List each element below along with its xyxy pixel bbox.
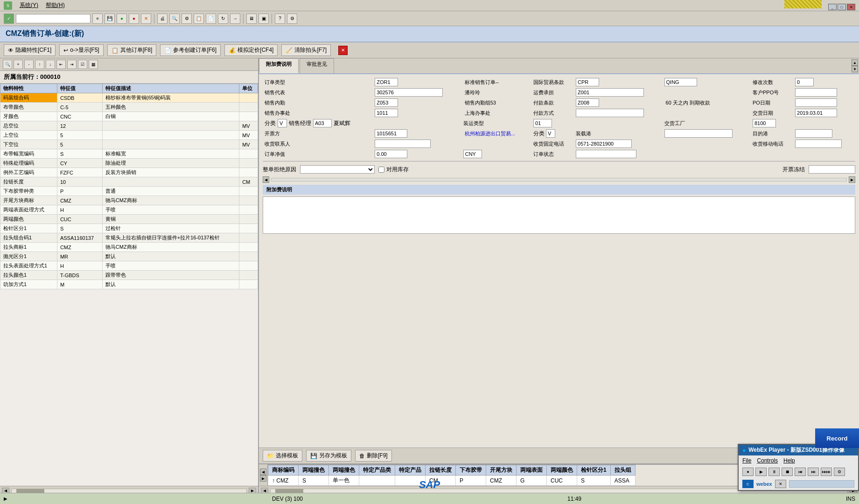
table-row[interactable]: 例外工艺编码FZFC反装方块插销	[0, 168, 258, 177]
stop-btn[interactable]: ●	[129, 14, 139, 24]
table-row[interactable]: 抛光区分1MR默认	[0, 252, 258, 261]
payment-method-input[interactable]	[576, 109, 644, 117]
mobile-input[interactable]	[795, 140, 842, 148]
command-input[interactable]	[16, 14, 91, 23]
reject-reason-select[interactable]	[300, 165, 375, 174]
po-date-input[interactable]	[795, 98, 837, 107]
webex-progress[interactable]	[789, 480, 854, 488]
load-btn[interactable]: ●	[117, 14, 127, 24]
dest-port-input[interactable]	[795, 129, 832, 138]
webex-next-btn[interactable]: ⏭	[808, 468, 819, 476]
section-left[interactable]: ◀	[263, 176, 269, 183]
sim-price-button[interactable]: 💰 模拟定价[CF4]	[224, 44, 278, 56]
net-value-input[interactable]	[375, 150, 407, 158]
copy-btn[interactable]: 📋	[194, 14, 204, 24]
help-menu[interactable]: 帮助(H)	[46, 1, 65, 9]
intl-trade-input[interactable]	[576, 78, 599, 86]
scroll-track[interactable]	[11, 489, 247, 493]
table-row[interactable]: 布带幅宽编码S标准幅宽	[0, 149, 258, 159]
prev-button[interactable]: «	[92, 14, 103, 24]
order-type-input[interactable]	[375, 78, 398, 86]
webex-pause-btn[interactable]: ⏸	[768, 468, 780, 476]
grid-scroll-thumb[interactable]	[275, 489, 303, 493]
table-row[interactable]: 拉头组合码1ASSA1160137常规头上拉右插自锁日字连接件+拉片16-013…	[0, 233, 258, 243]
delete-template-btn[interactable]: 🗑 删除[F9]	[355, 450, 392, 462]
grid-nav-right-btn[interactable]: ▶	[260, 475, 266, 482]
left-up-btn[interactable]: ↑	[35, 60, 44, 69]
save-button[interactable]: 💾	[105, 14, 115, 24]
table-row[interactable]: 拉头商标1CMZ驰马CMZ商标	[0, 243, 258, 252]
table-row[interactable]: 检针区分1S过检针	[0, 224, 258, 233]
table-row[interactable]: 总空位12MV	[0, 121, 258, 131]
load-port-input[interactable]	[664, 129, 733, 138]
delivery-date-input[interactable]	[795, 109, 837, 117]
sales-rep-input[interactable]	[375, 88, 443, 97]
left-down-btn[interactable]: ↓	[46, 60, 55, 69]
save-template-btn[interactable]: 💾 另存为模板	[306, 450, 351, 462]
scroll-up-arrow[interactable]: ▲	[852, 59, 858, 66]
webex-file[interactable]: File	[742, 457, 751, 464]
tab-approval[interactable]: 审批意见	[300, 58, 334, 73]
print-btn[interactable]: 🖨	[157, 14, 168, 24]
property-table[interactable]: 物料特性 特征值 特征值描述 单位 码装组合码CSDB棉纱标准布带黄铜(65铜)…	[0, 84, 258, 486]
minimize-button[interactable]: _	[828, 4, 837, 10]
clear-button[interactable]: 🧹 清除拍头[F7]	[281, 44, 331, 56]
left-first-btn[interactable]: ⇤	[56, 60, 66, 69]
config-btn[interactable]: ⚙	[182, 14, 192, 24]
find-btn[interactable]: 🔍	[169, 14, 180, 24]
transport-type-input[interactable]	[533, 119, 552, 127]
nav-btn[interactable]: →	[230, 14, 240, 24]
webex-help[interactable]: Help	[783, 457, 795, 464]
cancel-btn[interactable]: ✕	[141, 14, 151, 24]
webex-end-btn[interactable]: ⏭⏭	[821, 468, 832, 476]
classify-input2[interactable]	[546, 129, 555, 138]
record-button[interactable]: Record	[815, 428, 859, 448]
left-select-btn[interactable]: ☑	[78, 60, 87, 69]
payment-terms-input[interactable]	[576, 98, 599, 107]
select-template-btn[interactable]: 📁 选择模板	[263, 450, 302, 462]
scroll-thumb[interactable]	[16, 489, 44, 493]
table-row[interactable]: 拉链长度10CM	[0, 177, 258, 187]
scroll-down-arrow[interactable]: ▼	[852, 66, 858, 72]
table-row[interactable]: 叻加方式1M默认	[0, 280, 258, 289]
table-row[interactable]: 码装组合码CSDB棉纱标准布带黄铜(65铜)码装	[0, 93, 258, 103]
webex-record-btn[interactable]: ●	[742, 468, 754, 476]
order-status-input[interactable]	[576, 150, 636, 158]
other-orders-button[interactable]: 📋 其他订单[F8]	[107, 44, 157, 56]
customer-po-input[interactable]	[795, 88, 837, 97]
left-find-btn[interactable]: 🔍	[3, 60, 12, 69]
freight-input[interactable]	[576, 88, 644, 97]
currency-input[interactable]	[463, 150, 482, 158]
left-table-btn[interactable]: ▦	[89, 60, 98, 69]
sales-org-input[interactable]	[375, 98, 398, 107]
refresh-btn[interactable]: ↻	[218, 14, 228, 24]
tab-addl-fee[interactable]: 附加费说明	[259, 58, 299, 73]
grid-nav-left-btn[interactable]: ◀	[260, 469, 266, 475]
monitor-btn[interactable]: 🖥	[246, 14, 257, 24]
sales-mgr-code[interactable]	[313, 119, 332, 127]
table-row[interactable]: 两端颜色CUC黄铜	[0, 215, 258, 224]
delivery-plant-input[interactable]	[753, 119, 776, 127]
classify-v-input[interactable]	[278, 119, 287, 127]
sales-office-input[interactable]	[375, 109, 398, 117]
maximize-button[interactable]: □	[838, 4, 846, 10]
table-row[interactable]: 拉头颜色1T-GBDS跟带带色	[0, 271, 258, 280]
bill-party-input[interactable]	[375, 129, 407, 138]
window-btn[interactable]: ▣	[258, 14, 269, 24]
ref-create-button[interactable]: 📄 参考创建订单[F6]	[160, 44, 221, 56]
table-row[interactable]: 开尾方块商标CMZ驰马CMZ商标	[0, 196, 258, 205]
red-action-icon[interactable]: ✕	[338, 46, 348, 55]
back-button[interactable]: ✓	[4, 14, 14, 24]
revision-input[interactable]	[795, 78, 814, 86]
table-row[interactable]: 下空位5MV	[0, 140, 258, 149]
table-row[interactable]: 拉头表面处理方式1H手喷	[0, 261, 258, 271]
help-btn[interactable]: ?	[275, 14, 285, 24]
close-button[interactable]: ✕	[847, 4, 855, 10]
intl-trade-input2[interactable]	[664, 78, 697, 86]
table-row[interactable]: 下布胶带种类P普通	[0, 187, 258, 196]
left-collapse-btn[interactable]: -	[24, 60, 34, 69]
section-right[interactable]: ▶	[849, 176, 855, 183]
left-last-btn[interactable]: ⇥	[67, 60, 77, 69]
freeze-invoice-input[interactable]	[809, 165, 855, 174]
fixed-phone-input[interactable]	[576, 140, 632, 148]
